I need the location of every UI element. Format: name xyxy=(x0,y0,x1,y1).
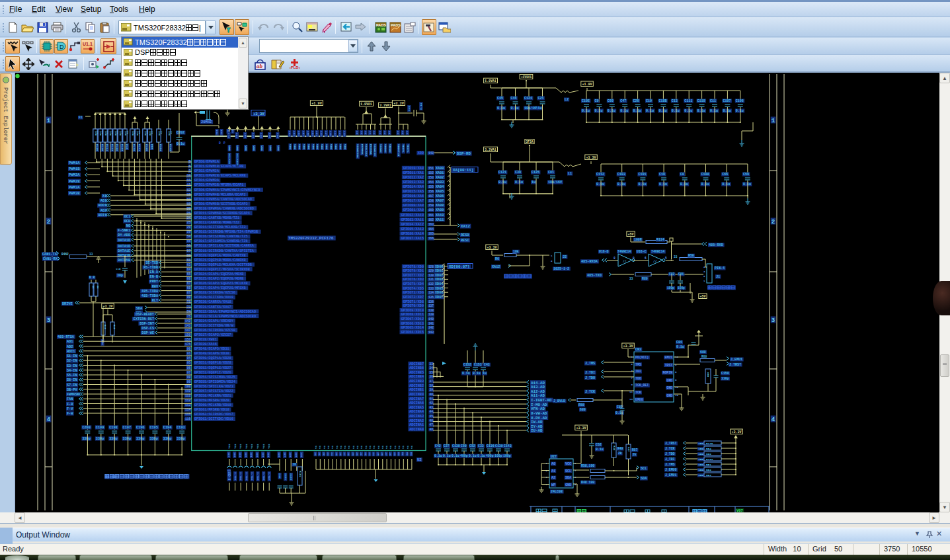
svg-text:GPIO3/EPWM2B/ECAP5/MCLKRB: GPIO3/EPWM2B/ECAP5/MCLKRB xyxy=(194,174,246,178)
svg-text:GPIO59/MFSRA/XD20: GPIO59/MFSRA/XD20 xyxy=(194,399,229,403)
svg-text:OC1: OC1 xyxy=(124,215,130,219)
svg-text:GPIO34/ECAP1/XREADY: GPIO34/ECAP1/XREADY xyxy=(194,319,234,323)
svg-text:0.1u: 0.1u xyxy=(736,109,744,113)
svg-text:34: 34 xyxy=(383,131,386,135)
svg-text:R123: R123 xyxy=(121,144,124,151)
svg-text:330p: 330p xyxy=(177,437,184,441)
svg-text:R50: R50 xyxy=(706,452,711,456)
svg-text:183: 183 xyxy=(220,130,223,135)
svg-text:F-R: F-R xyxy=(67,403,73,407)
svg-text:GPIO62/SCIRXDC/XD17: GPIO62/SCIRXDC/XD17 xyxy=(194,413,233,417)
svg-text:3.3VA1: 3.3VA1 xyxy=(485,148,496,151)
svg-text:DSP-READY: DSP-READY xyxy=(136,313,155,317)
svg-text:R89: R89 xyxy=(642,277,648,280)
svg-text:VS: VS xyxy=(389,445,392,449)
svg-text:C10: C10 xyxy=(659,173,665,177)
svg-text:10K: 10K xyxy=(698,452,703,456)
svg-text:34: 34 xyxy=(373,131,376,135)
svg-text:NOPIN: NOPIN xyxy=(663,371,673,374)
svg-text:485-TXDA: 485-TXDA xyxy=(141,290,159,294)
svg-text:143: 143 xyxy=(428,331,434,334)
svg-text:162: 162 xyxy=(428,218,434,221)
svg-text:R122: R122 xyxy=(116,144,119,151)
svg-text:VS: VS xyxy=(365,445,368,449)
svg-text:C107: C107 xyxy=(723,99,731,103)
svg-text:137: 137 xyxy=(428,304,434,307)
svg-text:160: 160 xyxy=(428,208,434,212)
svg-text:GPIO18/SPICLKA/SCITXDB/CANRXA: GPIO18/SPICLKA/SCITXDB/CANRXA xyxy=(194,244,255,248)
svg-text:44: 44 xyxy=(372,452,375,456)
svg-text:C202: C202 xyxy=(177,131,184,135)
svg-text:PADS: PADS xyxy=(391,22,401,26)
svg-text:XA11: XA11 xyxy=(436,218,444,222)
svg-text:100p: 100p xyxy=(495,454,502,458)
svg-text:43: 43 xyxy=(430,406,434,409)
svg-text:C49: C49 xyxy=(407,106,411,111)
svg-text:VS: VS xyxy=(373,445,376,449)
svg-text:VS: VS xyxy=(352,445,355,449)
svg-text:0.1u: 0.1u xyxy=(676,345,684,348)
svg-text:0.1u: 0.1u xyxy=(462,372,470,375)
svg-text:GPIO71/XD8: GPIO71/XD8 xyxy=(403,300,424,304)
svg-text:C39: C39 xyxy=(515,171,521,175)
svg-text:10K: 10K xyxy=(698,458,703,461)
svg-text:33: 33 xyxy=(629,277,633,280)
svg-text:GPIO20/EQEP1A/MDXA/CANTXB: GPIO20/EQEP1A/MDXA/CANTXB xyxy=(194,254,246,258)
svg-text:XA02: XA02 xyxy=(436,176,444,180)
svg-text:135: 135 xyxy=(428,296,434,299)
svg-text:U16-C: U16-C xyxy=(637,250,647,253)
svg-text:2: 2 xyxy=(47,219,50,225)
svg-text:GPIO82/XA10: GPIO82/XA10 xyxy=(401,214,424,218)
svg-text:U1.1: U1.1 xyxy=(83,42,93,46)
svg-text:VDD: VDD xyxy=(277,145,280,151)
svg-text:ADCINA2: ADCINA2 xyxy=(409,419,424,423)
svg-text:XRD: XRD xyxy=(418,151,424,155)
svg-text:ADCINA6: ADCINA6 xyxy=(409,401,424,405)
svg-text:100p: 100p xyxy=(503,454,511,458)
svg-text:C84: C84 xyxy=(676,340,682,344)
svg-text:C46: C46 xyxy=(511,97,517,100)
svg-text:33: 33 xyxy=(379,131,381,135)
svg-text:118: 118 xyxy=(233,452,236,458)
svg-text:0.1u: 0.1u xyxy=(638,182,646,186)
svg-text:C130: C130 xyxy=(452,444,460,448)
svg-text:CN3: CN3 xyxy=(635,348,641,352)
svg-text:35: 35 xyxy=(430,371,434,374)
svg-text:30: 30 xyxy=(314,452,317,456)
svg-text:400p: 400p xyxy=(460,454,468,458)
svg-text:115: 115 xyxy=(116,268,121,270)
svg-text:J_EMU1: J_EMU1 xyxy=(731,358,742,362)
svg-text:0.1u: 0.1u xyxy=(594,109,602,113)
svg-text:X1: X1 xyxy=(231,130,234,134)
svg-text:DSP-RD: DSP-RD xyxy=(457,151,471,156)
svg-text:C13: C13 xyxy=(672,99,678,103)
svg-text:330p: 330p xyxy=(163,437,171,441)
svg-text:53: 53 xyxy=(410,452,413,456)
svg-text:128: 128 xyxy=(428,265,434,268)
svg-text:330p: 330p xyxy=(136,437,144,441)
svg-text://: // xyxy=(623,260,627,263)
svg-text:VS: VS xyxy=(407,445,409,449)
svg-text:OCH: OCH xyxy=(124,220,130,223)
svg-text:GPIO78/XD0: GPIO78/XD0 xyxy=(403,265,424,269)
svg-text:VS: VS xyxy=(323,445,326,449)
svg-text:VSSAIOV: VSSAIOV xyxy=(374,144,377,156)
svg-text:38: 38 xyxy=(347,452,350,456)
svg-text:8: 8 xyxy=(675,379,677,381)
svg-text:GPIO81/XA9: GPIO81/XA9 xyxy=(403,208,424,212)
svg-text:J_TRST: J_TRST xyxy=(729,363,741,367)
svg-text:157: 157 xyxy=(185,338,190,341)
svg-text:J1: J1 xyxy=(716,275,720,279)
svg-text:GPIO73/XD6: GPIO73/XD6 xyxy=(403,291,424,295)
svg-text:145: 145 xyxy=(329,131,332,136)
svg-text:87: 87 xyxy=(187,291,191,294)
svg-text:142: 142 xyxy=(185,319,190,323)
svg-text:TMS320F28332_PCF176: TMS320F28332_PCF176 xyxy=(288,236,334,241)
svg-text:VS: VS xyxy=(360,445,363,449)
svg-text:ADCINA1: ADCINA1 xyxy=(409,423,424,427)
svg-text:GPIO38/XWE1: GPIO38/XWE1 xyxy=(194,338,217,342)
svg-text:WP: WP xyxy=(551,483,555,487)
svg-text:3.3VA1: 3.3VA1 xyxy=(379,104,391,107)
svg-text:GPIO14/SCITXDB/MCLKXB/TZ3: GPIO14/SCITXDB/MCLKXB/TZ3 xyxy=(194,225,246,229)
svg-text:330p: 330p xyxy=(721,377,729,380)
